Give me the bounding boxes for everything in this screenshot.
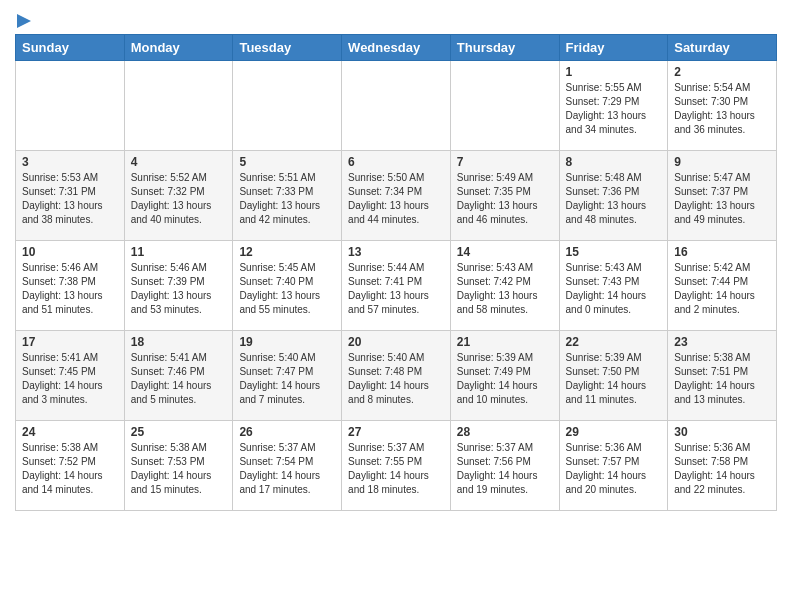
- day-number: 27: [348, 425, 444, 439]
- calendar-cell: 17 Sunrise: 5:41 AMSunset: 7:45 PMDaylig…: [16, 331, 125, 421]
- day-number: 25: [131, 425, 227, 439]
- day-number: 18: [131, 335, 227, 349]
- day-number: 22: [566, 335, 662, 349]
- calendar-cell: 14 Sunrise: 5:43 AMSunset: 7:42 PMDaylig…: [450, 241, 559, 331]
- day-number: 4: [131, 155, 227, 169]
- calendar-cell: 28 Sunrise: 5:37 AMSunset: 7:56 PMDaylig…: [450, 421, 559, 511]
- day-number: 23: [674, 335, 770, 349]
- calendar-cell: 7 Sunrise: 5:49 AMSunset: 7:35 PMDayligh…: [450, 151, 559, 241]
- day-info: Sunrise: 5:53 AMSunset: 7:31 PMDaylight:…: [22, 172, 103, 225]
- calendar-week-row: 17 Sunrise: 5:41 AMSunset: 7:45 PMDaylig…: [16, 331, 777, 421]
- calendar-cell: 27 Sunrise: 5:37 AMSunset: 7:55 PMDaylig…: [342, 421, 451, 511]
- day-number: 3: [22, 155, 118, 169]
- day-info: Sunrise: 5:40 AMSunset: 7:48 PMDaylight:…: [348, 352, 429, 405]
- calendar-cell: 4 Sunrise: 5:52 AMSunset: 7:32 PMDayligh…: [124, 151, 233, 241]
- day-number: 13: [348, 245, 444, 259]
- calendar-cell: 21 Sunrise: 5:39 AMSunset: 7:49 PMDaylig…: [450, 331, 559, 421]
- day-info: Sunrise: 5:37 AMSunset: 7:54 PMDaylight:…: [239, 442, 320, 495]
- calendar-cell: 6 Sunrise: 5:50 AMSunset: 7:34 PMDayligh…: [342, 151, 451, 241]
- day-number: 6: [348, 155, 444, 169]
- day-number: 24: [22, 425, 118, 439]
- calendar-cell: 15 Sunrise: 5:43 AMSunset: 7:43 PMDaylig…: [559, 241, 668, 331]
- calendar-cell: 16 Sunrise: 5:42 AMSunset: 7:44 PMDaylig…: [668, 241, 777, 331]
- calendar-cell: [16, 61, 125, 151]
- day-info: Sunrise: 5:41 AMSunset: 7:46 PMDaylight:…: [131, 352, 212, 405]
- day-info: Sunrise: 5:46 AMSunset: 7:39 PMDaylight:…: [131, 262, 212, 315]
- day-number: 28: [457, 425, 553, 439]
- day-number: 12: [239, 245, 335, 259]
- calendar-cell: 10 Sunrise: 5:46 AMSunset: 7:38 PMDaylig…: [16, 241, 125, 331]
- calendar-cell: 2 Sunrise: 5:54 AMSunset: 7:30 PMDayligh…: [668, 61, 777, 151]
- calendar-cell: 29 Sunrise: 5:36 AMSunset: 7:57 PMDaylig…: [559, 421, 668, 511]
- calendar-cell: [124, 61, 233, 151]
- day-info: Sunrise: 5:38 AMSunset: 7:51 PMDaylight:…: [674, 352, 755, 405]
- day-info: Sunrise: 5:52 AMSunset: 7:32 PMDaylight:…: [131, 172, 212, 225]
- calendar-header-cell: Saturday: [668, 35, 777, 61]
- calendar-cell: 3 Sunrise: 5:53 AMSunset: 7:31 PMDayligh…: [16, 151, 125, 241]
- day-info: Sunrise: 5:43 AMSunset: 7:42 PMDaylight:…: [457, 262, 538, 315]
- calendar-cell: 19 Sunrise: 5:40 AMSunset: 7:47 PMDaylig…: [233, 331, 342, 421]
- calendar-cell: 11 Sunrise: 5:46 AMSunset: 7:39 PMDaylig…: [124, 241, 233, 331]
- day-number: 8: [566, 155, 662, 169]
- calendar-cell: [450, 61, 559, 151]
- day-info: Sunrise: 5:38 AMSunset: 7:52 PMDaylight:…: [22, 442, 103, 495]
- day-number: 21: [457, 335, 553, 349]
- day-number: 11: [131, 245, 227, 259]
- day-info: Sunrise: 5:47 AMSunset: 7:37 PMDaylight:…: [674, 172, 755, 225]
- day-number: 7: [457, 155, 553, 169]
- day-number: 30: [674, 425, 770, 439]
- calendar-header-cell: Monday: [124, 35, 233, 61]
- calendar-header-cell: Thursday: [450, 35, 559, 61]
- day-number: 10: [22, 245, 118, 259]
- calendar-week-row: 3 Sunrise: 5:53 AMSunset: 7:31 PMDayligh…: [16, 151, 777, 241]
- logo: [15, 14, 31, 28]
- day-number: 16: [674, 245, 770, 259]
- page-header: [15, 10, 777, 28]
- day-info: Sunrise: 5:43 AMSunset: 7:43 PMDaylight:…: [566, 262, 647, 315]
- calendar-cell: 22 Sunrise: 5:39 AMSunset: 7:50 PMDaylig…: [559, 331, 668, 421]
- calendar-cell: [233, 61, 342, 151]
- day-number: 14: [457, 245, 553, 259]
- day-number: 19: [239, 335, 335, 349]
- calendar-cell: 1 Sunrise: 5:55 AMSunset: 7:29 PMDayligh…: [559, 61, 668, 151]
- day-info: Sunrise: 5:37 AMSunset: 7:56 PMDaylight:…: [457, 442, 538, 495]
- day-info: Sunrise: 5:50 AMSunset: 7:34 PMDaylight:…: [348, 172, 429, 225]
- calendar-cell: [342, 61, 451, 151]
- day-number: 15: [566, 245, 662, 259]
- day-info: Sunrise: 5:37 AMSunset: 7:55 PMDaylight:…: [348, 442, 429, 495]
- day-info: Sunrise: 5:45 AMSunset: 7:40 PMDaylight:…: [239, 262, 320, 315]
- calendar-cell: 9 Sunrise: 5:47 AMSunset: 7:37 PMDayligh…: [668, 151, 777, 241]
- day-info: Sunrise: 5:39 AMSunset: 7:50 PMDaylight:…: [566, 352, 647, 405]
- day-info: Sunrise: 5:40 AMSunset: 7:47 PMDaylight:…: [239, 352, 320, 405]
- calendar-cell: 25 Sunrise: 5:38 AMSunset: 7:53 PMDaylig…: [124, 421, 233, 511]
- calendar-week-row: 10 Sunrise: 5:46 AMSunset: 7:38 PMDaylig…: [16, 241, 777, 331]
- calendar-header-row: SundayMondayTuesdayWednesdayThursdayFrid…: [16, 35, 777, 61]
- day-info: Sunrise: 5:38 AMSunset: 7:53 PMDaylight:…: [131, 442, 212, 495]
- calendar-table: SundayMondayTuesdayWednesdayThursdayFrid…: [15, 34, 777, 511]
- calendar-body: 1 Sunrise: 5:55 AMSunset: 7:29 PMDayligh…: [16, 61, 777, 511]
- day-info: Sunrise: 5:48 AMSunset: 7:36 PMDaylight:…: [566, 172, 647, 225]
- day-info: Sunrise: 5:39 AMSunset: 7:49 PMDaylight:…: [457, 352, 538, 405]
- calendar-header-cell: Friday: [559, 35, 668, 61]
- calendar-week-row: 24 Sunrise: 5:38 AMSunset: 7:52 PMDaylig…: [16, 421, 777, 511]
- calendar-cell: 30 Sunrise: 5:36 AMSunset: 7:58 PMDaylig…: [668, 421, 777, 511]
- calendar-cell: 26 Sunrise: 5:37 AMSunset: 7:54 PMDaylig…: [233, 421, 342, 511]
- calendar-cell: 20 Sunrise: 5:40 AMSunset: 7:48 PMDaylig…: [342, 331, 451, 421]
- day-number: 2: [674, 65, 770, 79]
- calendar-cell: 23 Sunrise: 5:38 AMSunset: 7:51 PMDaylig…: [668, 331, 777, 421]
- day-number: 20: [348, 335, 444, 349]
- calendar-cell: 13 Sunrise: 5:44 AMSunset: 7:41 PMDaylig…: [342, 241, 451, 331]
- day-info: Sunrise: 5:36 AMSunset: 7:58 PMDaylight:…: [674, 442, 755, 495]
- calendar-header-cell: Wednesday: [342, 35, 451, 61]
- day-info: Sunrise: 5:41 AMSunset: 7:45 PMDaylight:…: [22, 352, 103, 405]
- day-info: Sunrise: 5:55 AMSunset: 7:29 PMDaylight:…: [566, 82, 647, 135]
- day-info: Sunrise: 5:36 AMSunset: 7:57 PMDaylight:…: [566, 442, 647, 495]
- day-info: Sunrise: 5:51 AMSunset: 7:33 PMDaylight:…: [239, 172, 320, 225]
- day-number: 5: [239, 155, 335, 169]
- logo-icon: [17, 14, 31, 28]
- calendar-cell: 24 Sunrise: 5:38 AMSunset: 7:52 PMDaylig…: [16, 421, 125, 511]
- day-info: Sunrise: 5:49 AMSunset: 7:35 PMDaylight:…: [457, 172, 538, 225]
- calendar-cell: 12 Sunrise: 5:45 AMSunset: 7:40 PMDaylig…: [233, 241, 342, 331]
- day-info: Sunrise: 5:46 AMSunset: 7:38 PMDaylight:…: [22, 262, 103, 315]
- day-info: Sunrise: 5:44 AMSunset: 7:41 PMDaylight:…: [348, 262, 429, 315]
